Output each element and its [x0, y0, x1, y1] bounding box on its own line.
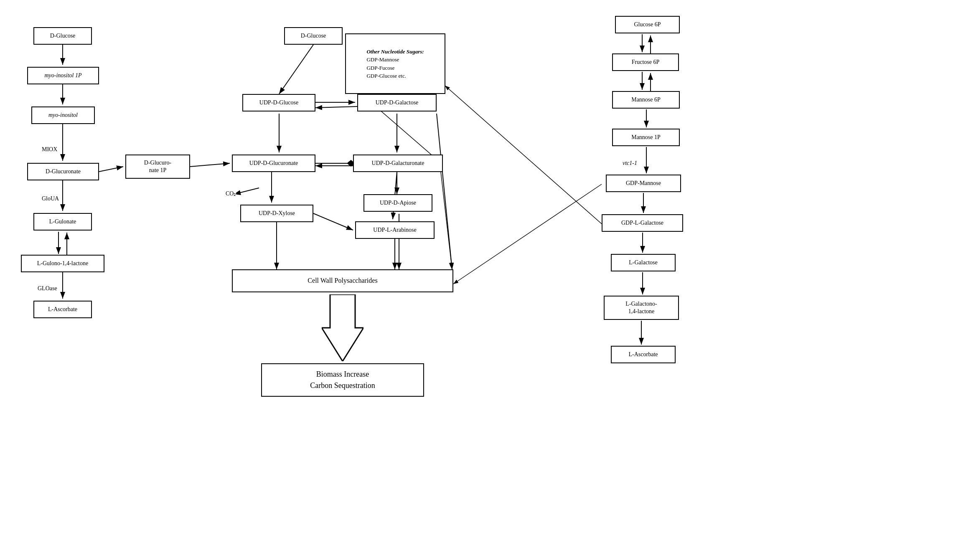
big-arrow-svg [322, 294, 363, 361]
label-vtc1-1: vtc1-1 [623, 160, 637, 167]
box-d-glucuronate-1p: D-Glucuro-nate 1P [125, 155, 190, 179]
box-udp-l-arabinose: UDP-L-Arabinose [355, 221, 435, 239]
box-gdp-mannose: GDP-Mannose [606, 175, 681, 192]
diagram-container: D-Glucose myo-inositol 1P myo-inositol D… [0, 0, 976, 560]
svg-line-25 [234, 188, 259, 194]
svg-line-12 [190, 163, 230, 167]
label-gloase: GLOase [38, 285, 57, 292]
box-d-glucose-left: D-Glucose [33, 27, 92, 45]
box-mannose-6p: Mannose 6P [612, 91, 680, 109]
box-udp-d-apiose: UDP-D-Apiose [363, 194, 432, 212]
other-nucleotide-title: Other Nucleotide Sugars: [366, 48, 424, 56]
box-udp-d-glucuronate: UDP-D-Glucuronate [232, 155, 315, 172]
box-other-nucleotide: Other Nucleotide Sugars: GDP-Mannose GDP… [345, 33, 445, 94]
box-d-glucose-center: D-Glucose [284, 27, 343, 45]
svg-line-28 [437, 114, 452, 269]
box-l-galactose: L-Galactose [611, 254, 676, 271]
label-co2: CO₂ [226, 190, 236, 197]
box-fructose-6p: Fructose 6P [612, 53, 679, 71]
svg-marker-44 [322, 294, 363, 361]
svg-line-42 [453, 184, 602, 284]
arrows-svg [0, 0, 976, 560]
box-myo-inositol-1p: myo-inositol 1P [27, 67, 99, 84]
label-miox: MIOX [42, 146, 57, 153]
box-l-galactono-lactone: L-Galactono-1,4-lactone [604, 296, 679, 320]
svg-line-43 [445, 86, 602, 224]
box-biomass: Biomass IncreaseCarbon Sequestration [261, 363, 424, 397]
box-mannose-1p: Mannose 1P [612, 129, 680, 146]
box-l-gulonate: L-Gulonate [33, 213, 92, 231]
box-d-glucuronate: D-Glucuronate [27, 163, 99, 180]
box-l-gulono-lactone: L-Gulono-1,4-lactone [21, 255, 104, 272]
box-glucose-6p: Glucose 6P [615, 16, 680, 33]
box-l-ascorbate-left: L-Ascorbate [33, 301, 92, 318]
svg-line-29 [441, 172, 452, 269]
svg-line-24 [313, 213, 353, 230]
svg-line-18 [315, 106, 357, 108]
svg-line-11 [99, 167, 123, 172]
box-gdp-l-galactose: GDP-L-Galactose [602, 214, 683, 232]
label-gloua: GloUA [42, 195, 59, 202]
box-udp-d-galactose: UDP-D-Galactose [357, 94, 437, 111]
box-udp-d-galacturonate: UDP-D-Galacturonate [353, 155, 443, 172]
box-udp-d-glucose: UDP-D-Glucose [242, 94, 315, 111]
box-myo-inositol: myo-inositol [31, 106, 95, 124]
svg-line-13 [279, 45, 313, 94]
box-cell-wall: Cell Wall Polysaccharides [232, 269, 453, 292]
box-l-ascorbate-right: L-Ascorbate [611, 346, 676, 363]
box-udp-d-xylose: UDP-D-Xylose [240, 205, 313, 222]
